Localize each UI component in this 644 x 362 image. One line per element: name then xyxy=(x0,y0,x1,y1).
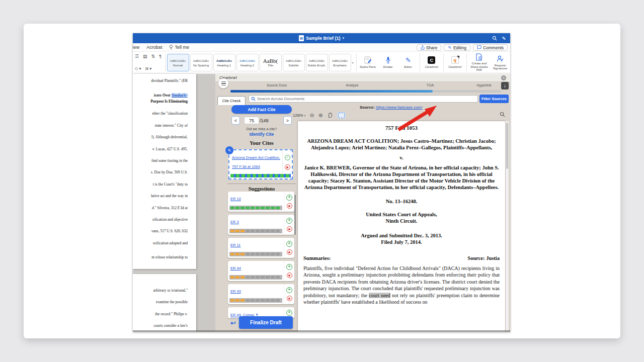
clearbrief-button-light[interactable]: q Clearbrief xyxy=(445,52,465,72)
shading-icon[interactable]: ◇ ▾ xyxy=(135,66,141,71)
tab-analyze[interactable]: Analyze xyxy=(346,83,359,87)
suggestion-link[interactable]: ER 11 xyxy=(230,243,240,247)
match-progress xyxy=(229,206,282,210)
search-input[interactable] xyxy=(257,97,475,101)
search-icon[interactable] xyxy=(492,36,497,41)
cite-number-input[interactable]: 75 xyxy=(244,117,259,124)
list-icon[interactable]: ☰ xyxy=(135,54,139,59)
prev-cite-button[interactable]: < xyxy=(231,116,240,125)
marquee-select-tool[interactable] xyxy=(337,112,346,119)
accept-icon[interactable]: + xyxy=(286,287,292,293)
title-bar: W Sample Brief (1) ▾ ✎ xyxy=(133,33,510,43)
comments-button[interactable]: Comments xyxy=(473,44,508,51)
zoom-out-icon[interactable]: ⊖ xyxy=(309,113,314,118)
reject-icon[interactable] xyxy=(287,249,292,255)
accept-check-icon[interactable]: ✓ xyxy=(285,155,290,160)
styles-pane-button[interactable]: Styles Pane xyxy=(358,52,378,72)
style-heading-2[interactable]: AaBbCcDdEeHeading 2 xyxy=(236,54,259,71)
sort-icon[interactable]: ⇅ xyxy=(151,54,155,59)
accept-icon[interactable]: + xyxy=(286,241,292,247)
word-document-page-1[interactable]: dividual Plaintiffs." (ER icers Over Sim… xyxy=(133,74,196,269)
word-document-page-2[interactable]: arbitrary or irrational," examine the po… xyxy=(133,274,196,332)
search-field[interactable] xyxy=(249,95,478,103)
clearbrief-c-icon: C xyxy=(428,56,435,64)
panel-close-icon[interactable]: × xyxy=(501,75,506,80)
cite-check-tab[interactable]: Cite Check xyxy=(217,96,246,105)
style-emphasis[interactable]: AaBbCcDdEeEmphasis xyxy=(329,54,351,71)
request-signatures-button[interactable]: Request Signatures xyxy=(490,52,510,72)
accept-icon[interactable]: + xyxy=(286,195,292,201)
finalize-draft-button[interactable]: Finalize Draft xyxy=(239,316,293,329)
reject-icon[interactable] xyxy=(287,203,292,209)
tab-source-docs[interactable]: Source Docs xyxy=(267,83,287,87)
marquee-icon xyxy=(338,113,345,118)
reject-icon[interactable] xyxy=(287,226,292,232)
undo-icon[interactable]: ↩ xyxy=(230,319,236,327)
accept-icon[interactable]: + xyxy=(286,218,292,224)
borders-icon[interactable]: ⊞ ▾ xyxy=(145,66,151,71)
identify-cite-link[interactable]: Identify Cite xyxy=(227,132,296,137)
comment-icon xyxy=(477,45,481,50)
dictate-button[interactable]: Dictate xyxy=(378,52,398,72)
microphone-icon xyxy=(385,56,391,64)
suggestion-card[interactable]: ER 11 + xyxy=(228,238,294,258)
suggestion-card[interactable]: ER 3 + xyxy=(228,215,294,235)
cite-card-link[interactable]: Arizona Dream Act Coalition, 757 F.3d at… xyxy=(232,155,280,169)
style-subtitle[interactable]: AaBbCcDdEeSubtitle xyxy=(283,54,305,71)
zoom-in-icon[interactable]: ⊕ xyxy=(318,113,323,118)
reject-icon[interactable] xyxy=(287,296,292,301)
suggestion-link[interactable]: ER 3 xyxy=(230,220,239,224)
accept-icon[interactable]: + xyxy=(286,264,292,270)
style-subtle-emphasis[interactable]: AaBbCcDdEeSubtle Emph. xyxy=(306,54,328,71)
accept-icon[interactable]: + xyxy=(286,310,292,316)
cite-link-highlight[interactable]: Similarly- xyxy=(172,93,188,98)
menu-acrobat[interactable]: Acrobat xyxy=(146,45,162,50)
style-title[interactable]: AaBb(Title xyxy=(260,54,282,71)
menu-tell-me[interactable]: Tell me xyxy=(169,45,189,50)
divider xyxy=(227,184,296,184)
hand-tool-icon[interactable] xyxy=(327,112,333,119)
reject-record-icon[interactable] xyxy=(285,164,290,170)
suggestion-card[interactable]: ER 49 + xyxy=(228,284,294,304)
suggestion-link[interactable]: ER 44 xyxy=(230,266,241,270)
suggestion-card[interactable]: ER 10 + xyxy=(228,192,294,212)
filter-sources-button[interactable]: Filter Sources xyxy=(479,95,509,103)
adobe-pdf-button[interactable]: Create and Share Adobe PDF xyxy=(468,52,490,72)
suggestions-scrollbar[interactable] xyxy=(294,195,296,235)
indent-icon[interactable]: ▤ xyxy=(143,54,147,59)
suggestion-link[interactable]: ER 10 xyxy=(230,197,241,201)
style-heading-1[interactable]: AaBbCcDcHeading 1 xyxy=(213,54,235,71)
editing-button[interactable]: ✎ Editing xyxy=(444,44,470,51)
gallery-more-icon[interactable]: ▾ xyxy=(352,61,354,64)
doc-text-line: s. Doe by Doe, 509 U.S. xyxy=(133,166,196,178)
style-no-spacing[interactable]: AaBbCcDdEeNo Spacing xyxy=(190,54,212,71)
tab-hyperlink[interactable]: Hyperlink xyxy=(476,83,491,87)
pdf-scrollbar[interactable] xyxy=(506,121,509,332)
paragraph-tools: ☰ ▤ ⇅ ¶ ◇ ▾ ⊞ ▾ xyxy=(133,53,164,72)
doc-text-line: t is the Court's "duty to xyxy=(133,178,196,190)
suggestion-card[interactable]: ER 44 + xyxy=(228,261,294,281)
lightbulb-icon xyxy=(169,45,173,50)
zoom-level-dropdown[interactable]: 126%▾ xyxy=(293,113,305,118)
pdf-scroll-thumb[interactable] xyxy=(506,123,508,169)
add-fact-cite-button[interactable]: Add Fact Cite xyxy=(231,105,292,114)
selected-cite-card[interactable]: ✎ Arizona Dream Act Coalition, 757 F.3d … xyxy=(228,149,293,179)
suggestion-link[interactable]: ER 49 xyxy=(230,289,241,294)
pilcrow-icon[interactable]: ¶ xyxy=(159,54,162,59)
share-button[interactable]: Share xyxy=(417,44,442,51)
editor-pencil-icon: ✎ xyxy=(406,56,411,64)
info-icon[interactable]: i xyxy=(501,82,509,89)
editor-button[interactable]: ✎ Editor xyxy=(398,52,418,72)
menu-view[interactable]: View xyxy=(133,45,139,50)
clearbrief-button-dark[interactable]: C Clearbrief xyxy=(422,52,442,72)
tab-toa[interactable]: TOA xyxy=(427,83,434,87)
style-normal[interactable]: AaBbCcDdEeNormal xyxy=(167,54,189,71)
menu-hamburger-icon[interactable] xyxy=(218,78,228,88)
edit-pencil-icon[interactable]: ✎ xyxy=(225,146,233,154)
pdf-search-icon[interactable] xyxy=(500,112,505,118)
reject-icon[interactable] xyxy=(287,273,292,278)
title-chevron-down-icon[interactable]: ▾ xyxy=(343,36,345,40)
pencil-icon[interactable]: ✎ xyxy=(502,36,506,41)
source-url-link[interactable]: https://www.fastcase.com/ xyxy=(376,105,422,110)
pdf-document-page[interactable]: 757 F.3d 1053 ARIZONA DREAM ACT COALITIO… xyxy=(298,121,505,332)
